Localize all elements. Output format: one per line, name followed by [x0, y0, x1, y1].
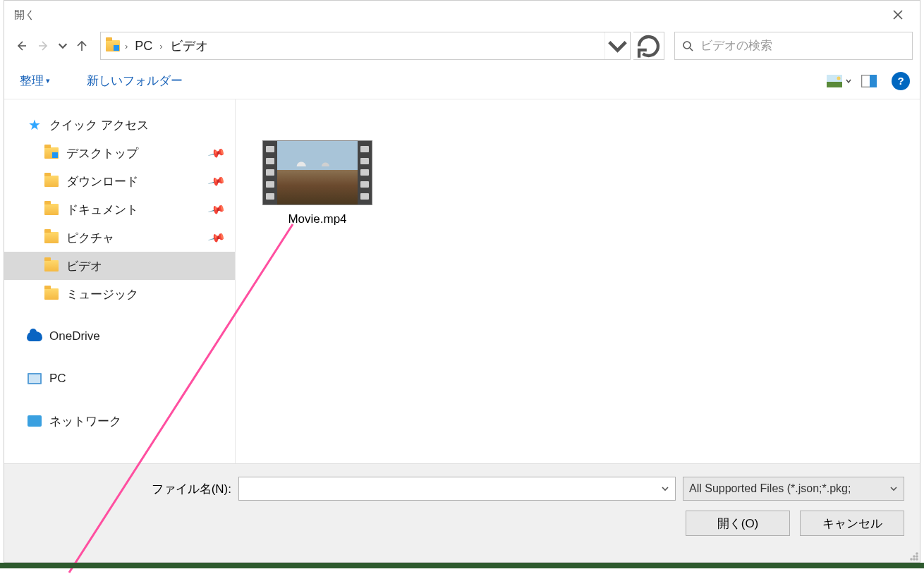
- toolbar: 整理▾ 新しいフォルダー ?: [4, 63, 920, 99]
- breadcrumb-path: › PC › ビデオ: [101, 37, 604, 54]
- organize-menu[interactable]: 整理▾: [14, 70, 56, 92]
- filmstrip-icon: [358, 141, 372, 204]
- tree-label: ビデオ: [66, 258, 102, 274]
- breadcrumb-separator-icon: ›: [157, 41, 165, 51]
- dialog-title: 開く: [14, 8, 35, 22]
- close-icon: [893, 10, 903, 20]
- title-bar: 開く: [4, 1, 920, 29]
- svg-point-13: [916, 556, 918, 557]
- file-name: Movie.mp4: [288, 212, 346, 226]
- picture-icon: [827, 75, 842, 87]
- chevron-down-icon: [661, 484, 669, 493]
- svg-point-12: [916, 553, 918, 554]
- cancel-button[interactable]: キャンセル: [800, 511, 904, 536]
- preview-pane-icon: [861, 75, 877, 87]
- breadcrumb-segment[interactable]: PC: [132, 39, 155, 54]
- refresh-icon: [633, 31, 664, 61]
- folder-icon: [44, 204, 59, 215]
- tree-label: ドキュメント: [66, 202, 138, 218]
- new-folder-label: 新しいフォルダー: [87, 73, 183, 89]
- arrow-left-icon: [16, 40, 27, 51]
- svg-rect-8: [827, 82, 842, 87]
- network-icon: [28, 415, 42, 427]
- navigation-row: › PC › ビデオ: [4, 29, 920, 63]
- svg-rect-11: [870, 75, 877, 87]
- pc-icon: [28, 373, 42, 384]
- preview-pane-button[interactable]: [856, 71, 882, 92]
- tree-label: ピクチャ: [66, 230, 114, 246]
- tree-documents[interactable]: ドキュメント 📌: [4, 195, 235, 224]
- back-button[interactable]: [11, 36, 31, 56]
- tree-label: PC: [49, 372, 66, 386]
- search-icon: [682, 40, 693, 51]
- forward-button[interactable]: [34, 36, 54, 56]
- filename-history-button[interactable]: [655, 477, 675, 500]
- open-file-dialog: 開く › PC › ビデオ 整理▾ 新しいフォルダー: [4, 0, 920, 563]
- filetype-label: All Supported Files (*.json;*.pkg;: [689, 482, 889, 495]
- folder-icon: [44, 232, 59, 243]
- arrow-right-icon: [38, 40, 49, 51]
- folder-icon: [44, 147, 59, 159]
- address-dropdown[interactable]: [604, 32, 630, 59]
- chevron-down-icon: [845, 78, 852, 85]
- organize-label: 整理: [20, 73, 44, 89]
- search-box[interactable]: [674, 32, 913, 60]
- file-list[interactable]: Movie.mp4: [236, 99, 920, 463]
- chevron-down-icon: [57, 40, 68, 51]
- folder-icon: [44, 288, 59, 300]
- tree-quick-access[interactable]: ★ クイック アクセス: [4, 111, 235, 139]
- tree-videos[interactable]: ビデオ: [4, 252, 235, 280]
- pin-icon: 📌: [207, 172, 226, 190]
- decorative-bar: [0, 563, 924, 568]
- resize-grip-icon[interactable]: [908, 551, 918, 561]
- dialog-body: ★ クイック アクセス デスクトップ 📌 ダウンロード 📌 ドキュメント 📌 ピ…: [4, 99, 920, 463]
- videos-folder-icon: [105, 38, 121, 54]
- svg-point-15: [916, 558, 918, 560]
- up-button[interactable]: [72, 36, 92, 56]
- navigation-tree: ★ クイック アクセス デスクトップ 📌 ダウンロード 📌 ドキュメント 📌 ピ…: [4, 99, 236, 463]
- pin-icon: 📌: [207, 228, 226, 247]
- svg-point-5: [683, 42, 691, 49]
- folder-icon: [44, 176, 59, 187]
- new-folder-button[interactable]: 新しいフォルダー: [81, 70, 188, 92]
- filetype-select[interactable]: All Supported Files (*.json;*.pkg;: [683, 477, 904, 501]
- svg-point-16: [913, 558, 915, 560]
- onedrive-icon: [27, 331, 42, 341]
- tree-label: ネットワーク: [49, 413, 121, 429]
- svg-point-17: [911, 558, 912, 560]
- filename-input[interactable]: [239, 477, 655, 500]
- pin-icon: 📌: [207, 144, 226, 162]
- tree-onedrive[interactable]: OneDrive: [4, 322, 235, 350]
- dialog-footer: ファイル名(N): All Supported Files (*.json;*.…: [4, 463, 920, 562]
- tree-desktop[interactable]: デスクトップ 📌: [4, 139, 235, 167]
- svg-point-9: [837, 76, 841, 80]
- filename-label: ファイル名(N):: [20, 481, 231, 497]
- breadcrumb-segment[interactable]: ビデオ: [167, 37, 211, 54]
- help-icon: ?: [897, 75, 904, 87]
- tree-label: デスクトップ: [66, 145, 138, 161]
- tree-label: ダウンロード: [66, 173, 138, 190]
- search-input[interactable]: [700, 39, 905, 53]
- tree-pc[interactable]: PC: [4, 365, 235, 393]
- tree-label: ミュージック: [66, 286, 138, 303]
- tree-pictures[interactable]: ピクチャ 📌: [4, 224, 235, 252]
- open-button[interactable]: 開く(O): [686, 511, 790, 536]
- recent-locations-button[interactable]: [56, 36, 69, 56]
- tree-label: OneDrive: [49, 329, 100, 343]
- filename-input-wrap: [238, 477, 676, 501]
- view-mode-button[interactable]: [827, 71, 852, 92]
- video-thumbnail: [262, 140, 372, 205]
- chevron-down-icon: [889, 484, 898, 493]
- close-button[interactable]: [882, 4, 914, 25]
- svg-line-6: [690, 48, 693, 51]
- refresh-button[interactable]: [633, 32, 664, 60]
- pin-icon: 📌: [207, 200, 226, 219]
- tree-network[interactable]: ネットワーク: [4, 407, 235, 435]
- tree-music[interactable]: ミュージック: [4, 280, 235, 308]
- arrow-up-icon: [76, 40, 87, 51]
- file-item[interactable]: Movie.mp4: [261, 140, 374, 226]
- tree-downloads[interactable]: ダウンロード 📌: [4, 167, 235, 195]
- folder-icon: [44, 260, 59, 271]
- address-bar[interactable]: › PC › ビデオ: [100, 32, 631, 60]
- help-button[interactable]: ?: [892, 72, 910, 90]
